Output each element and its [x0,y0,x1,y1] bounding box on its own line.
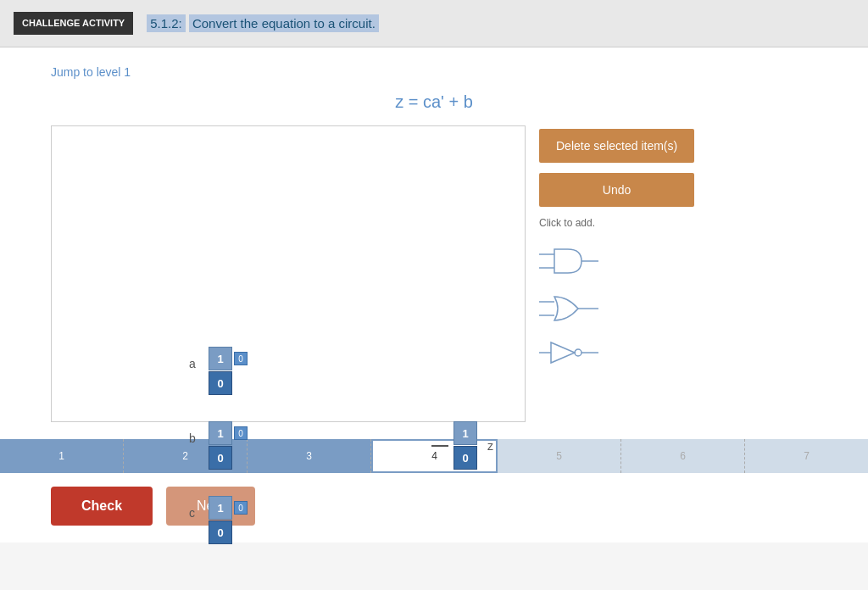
var-b-toggle[interactable]: 1 0 0 [209,421,248,470]
or-gate-svg [539,290,598,327]
var-a-toggle[interactable]: 1 0 0 [209,347,248,395]
progress-seg-3[interactable]: 3 [248,439,371,473]
var-c-label: c [189,506,195,520]
var-b-btn-1[interactable]: 1 [209,421,232,445]
progress-seg-7[interactable]: 7 [745,439,868,473]
var-a-label: a [189,357,196,370]
check-button[interactable]: Check [51,487,153,526]
output-z-btn-1[interactable]: 1 [453,421,477,445]
activity-title-highlight: Convert the equation to a circuit. [189,14,379,32]
var-a-btn-0-small[interactable]: 0 [234,352,248,365]
canvas-area: a 1 0 0 b 1 0 0 [51,125,817,422]
right-panel: Delete selected item(s) Undo Click to ad… [539,125,694,422]
header: CHALLENGE ACTIVITY 5.1.2: Convert the eq… [0,0,868,47]
var-c-btn-0-small[interactable]: 0 [234,501,248,515]
var-c-btn-1[interactable]: 1 [209,496,232,520]
progress-seg-1[interactable]: 1 [0,439,124,473]
var-a-btn-1[interactable]: 1 [209,347,232,370]
var-c-toggle[interactable]: 1 0 0 [209,496,248,544]
or-gate-item[interactable] [539,290,694,327]
circuit-canvas[interactable]: a 1 0 0 b 1 0 0 [51,125,526,422]
delete-selected-button[interactable]: Delete selected item(s) [539,129,694,163]
activity-code: 5.1.2: [147,14,186,32]
equation-display: z = ca' + b [51,92,817,112]
content-area: Jump to level 1 z = ca' + b a 1 0 0 b [0,47,868,439]
click-to-add-label: Click to add. [539,217,694,229]
jump-to-level-link[interactable]: Jump to level 1 [51,65,131,79]
bottom-buttons: Check Next [0,473,868,539]
not-gate-svg [539,337,598,368]
var-b-btn-0-small[interactable]: 0 [234,426,248,440]
not-gate-item[interactable] [539,337,694,368]
var-c-btn-0[interactable]: 0 [209,520,232,544]
progress-seg-5[interactable]: 5 [498,439,621,473]
and-gate-item[interactable] [539,242,694,280]
output-z-btn-0[interactable]: 0 [453,446,477,470]
undo-button[interactable]: Undo [539,173,694,207]
output-z-toggle[interactable]: 1 0 [453,421,477,470]
svg-marker-7 [551,342,575,363]
challenge-title: 5.1.2: Convert the equation to a circuit… [147,16,379,31]
and-gate-svg [539,242,598,280]
var-a-btn-0[interactable]: 0 [209,371,232,395]
var-b-btn-0[interactable]: 0 [209,446,232,470]
var-b-label: b [189,431,196,445]
challenge-label: CHALLENGE ACTIVITY [14,12,133,34]
progress-seg-6[interactable]: 6 [621,439,745,473]
output-z-label: z [487,439,493,453]
output-z[interactable]: 1 0 z [431,421,493,470]
